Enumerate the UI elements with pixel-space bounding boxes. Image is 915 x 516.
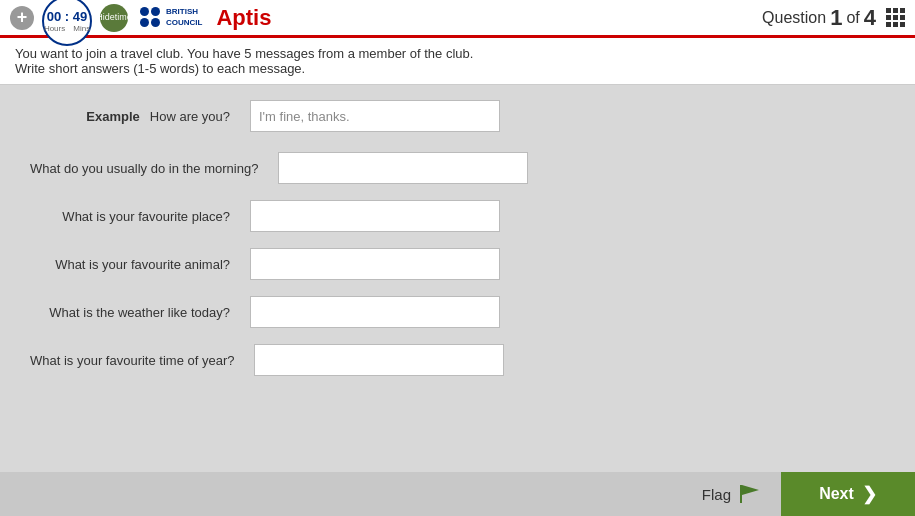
question-total: 4 bbox=[864, 5, 876, 31]
question-prefix: Question bbox=[762, 9, 826, 27]
example-label: Example bbox=[86, 109, 139, 124]
header-left: + 00 : 49 Hours Mins Hidetime bbox=[10, 0, 271, 46]
instruction-line2: Write short answers (1-5 words) to each … bbox=[15, 61, 900, 76]
question-5-input[interactable] bbox=[254, 344, 504, 376]
question-1-text: What do you usually do in the morning? bbox=[30, 161, 278, 176]
question-of: of bbox=[846, 9, 859, 27]
question-row-2: What is your favourite place? bbox=[30, 200, 885, 232]
question-3-text: What is your favourite animal? bbox=[30, 257, 250, 272]
example-question: How are you? bbox=[150, 109, 230, 124]
svg-marker-0 bbox=[741, 485, 759, 503]
hide-time-button[interactable]: Hidetime bbox=[100, 4, 128, 32]
example-input[interactable] bbox=[250, 100, 500, 132]
question-3-input[interactable] bbox=[250, 248, 500, 280]
question-4-text: What is the weather like today? bbox=[30, 305, 250, 320]
grid-icon bbox=[886, 8, 905, 27]
question-row-4: What is the weather like today? bbox=[30, 296, 885, 328]
next-label: Next bbox=[819, 485, 854, 503]
add-button[interactable]: + bbox=[10, 6, 34, 30]
timer-display: 00 : 49 bbox=[47, 9, 88, 24]
british-council-logo: BRITISH COUNCIL bbox=[140, 7, 202, 29]
question-row-1: What do you usually do in the morning? bbox=[30, 152, 885, 184]
aptis-logo: Aptis bbox=[216, 5, 271, 31]
example-row: Example How are you? bbox=[30, 100, 885, 132]
question-row-3: What is your favourite animal? bbox=[30, 248, 885, 280]
flag-icon[interactable] bbox=[739, 484, 761, 504]
bc-line1: BRITISH bbox=[166, 7, 202, 17]
hours-label: Hours bbox=[44, 24, 65, 33]
mins-label: Mins bbox=[73, 24, 90, 33]
instruction-bar: You want to join a travel club. You have… bbox=[0, 38, 915, 85]
bc-line2: COUNCIL bbox=[166, 18, 202, 28]
question-1-input[interactable] bbox=[278, 152, 528, 184]
question-4-input[interactable] bbox=[250, 296, 500, 328]
question-2-text: What is your favourite place? bbox=[30, 209, 250, 224]
next-chevron-icon: ❯ bbox=[862, 483, 877, 505]
question-counter: Question 1 of 4 bbox=[762, 5, 905, 31]
question-number: 1 bbox=[830, 5, 842, 31]
flag-label: Flag bbox=[702, 486, 731, 503]
footer: Flag Next ❯ bbox=[0, 472, 915, 516]
main-content: Example How are you? What do you usually… bbox=[0, 85, 915, 505]
header: + 00 : 49 Hours Mins Hidetime bbox=[0, 0, 915, 38]
timer-mins: 49 bbox=[73, 9, 87, 24]
question-5-text: What is your favourite time of year? bbox=[30, 353, 254, 368]
question-row-5: What is your favourite time of year? bbox=[30, 344, 885, 376]
flag-area: Flag bbox=[702, 484, 781, 504]
question-2-input[interactable] bbox=[250, 200, 500, 232]
timer-hours: 00 bbox=[47, 9, 61, 24]
timer-labels: Hours Mins bbox=[44, 24, 90, 33]
instruction-line1: You want to join a travel club. You have… bbox=[15, 46, 900, 61]
next-button[interactable]: Next ❯ bbox=[781, 472, 915, 516]
